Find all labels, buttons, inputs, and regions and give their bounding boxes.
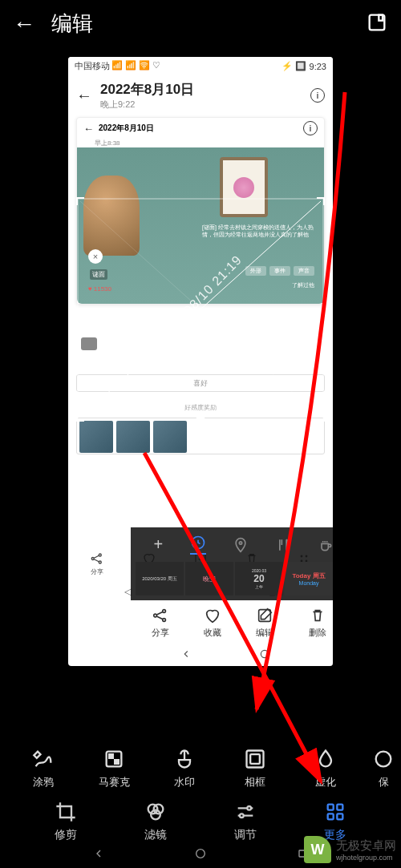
edit-action[interactable]: 编辑 <box>256 607 273 639</box>
inner-title: 2022年8月10日 <box>100 80 302 99</box>
svg-point-3 <box>99 554 101 556</box>
like-row: 喜好 <box>76 374 325 392</box>
svg-rect-36 <box>328 813 334 819</box>
svg-point-13 <box>153 614 156 617</box>
inner-status-bar: 中国移动📶 📶 🛜 ♡ ⚡ 🔲9:23 <box>68 57 333 75</box>
speech-icon <box>81 337 97 350</box>
overlay-sysnav <box>131 645 333 666</box>
game-card: × 谜面 ♥ 11530 [谜面] 经常去村镇之间穿梭的送信人，为人热情，但因为… <box>77 147 324 304</box>
game-tabs: 外形 事件 声音 <box>245 266 314 276</box>
edit-canvas[interactable]: 中国移动📶 📶 🛜 ♡ ⚡ 🔲9:23 ← 2022年8月10日 晚上9:22 … <box>68 57 333 666</box>
game-close-icon: × <box>88 249 103 264</box>
adjust-nav[interactable]: 调节 <box>234 801 257 842</box>
inner-back-icon: ← <box>76 87 92 105</box>
filter-nav[interactable]: 滤镜 <box>144 801 167 842</box>
game-frame <box>220 157 268 217</box>
game-desc: [谜面] 经常去村镇之间穿梭的送信人，为人热情，但因为经常往返两地并没人真的了解… <box>202 224 314 238</box>
food-tab[interactable] <box>275 537 291 553</box>
sys-home-icon[interactable] <box>194 847 207 863</box>
svg-point-21 <box>261 650 269 657</box>
svg-rect-27 <box>250 754 260 764</box>
delete-action[interactable]: 删除 <box>309 607 326 639</box>
back-button[interactable]: ← <box>13 11 35 37</box>
info-icon: i <box>310 88 325 103</box>
thumbnail-row <box>76 418 325 454</box>
doodle-tool[interactable]: 涂鸦 <box>19 748 67 789</box>
coffee-tab[interactable] <box>318 537 333 553</box>
watermark-title: 无极安卓网 <box>336 838 396 854</box>
blur-tool[interactable]: 虚化 <box>302 748 350 789</box>
nav-home-icon <box>259 648 270 663</box>
style-tile[interactable]: 晚安 <box>185 562 233 595</box>
svg-rect-26 <box>247 751 264 768</box>
style-tile[interactable]: 2020/03/20 周五 <box>136 562 184 595</box>
nested-screenshot: ← 2022年8月10日 i 早上8:38 × 谜面 ♥ 11530 [谜面] … <box>76 117 325 305</box>
style-tiles: 2020/03/20 周五 晚安 2020.0320上午 Today 周五Mon… <box>131 562 333 600</box>
page-title: 编辑 <box>51 10 350 38</box>
sys-back-icon[interactable] <box>92 847 105 863</box>
location-tab[interactable] <box>233 537 249 553</box>
svg-rect-37 <box>337 813 342 819</box>
nested-info-icon: i <box>303 121 318 135</box>
svg-point-33 <box>240 813 244 818</box>
overlay-action-row: 分享 收藏 编辑 删除 更多 <box>131 600 333 645</box>
game-badge: 谜面 <box>90 269 107 280</box>
watermark-logo: W <box>304 836 331 863</box>
svg-point-14 <box>162 610 165 613</box>
svg-point-38 <box>196 850 205 858</box>
partial-tool[interactable]: 保 <box>372 748 395 789</box>
svg-rect-25 <box>115 760 119 764</box>
crop-nav[interactable]: 修剪 <box>55 801 77 842</box>
svg-rect-35 <box>337 805 342 810</box>
style-tile[interactable]: Today 周五Monday <box>285 562 333 595</box>
share-action[interactable]: 分享 <box>152 607 169 639</box>
add-button[interactable]: + <box>154 535 164 554</box>
tool-scroller[interactable]: 涂鸦 马赛克 水印 相框 虚化 保 <box>0 748 401 789</box>
game-know: 了解过他 <box>292 281 314 289</box>
svg-point-12 <box>239 541 241 543</box>
svg-point-31 <box>151 810 160 820</box>
svg-rect-24 <box>109 754 113 758</box>
svg-rect-1 <box>379 14 383 20</box>
svg-rect-34 <box>328 805 334 810</box>
inner-subtitle: 晚上9:22 <box>100 99 302 111</box>
watermark-style-panel: + 2020/03/20 周五 晚安 2020.0320上午 Today 周五M… <box>131 527 333 666</box>
watermark-tool[interactable]: 水印 <box>160 748 209 789</box>
mosaic-tool[interactable]: 马赛克 <box>90 748 138 789</box>
svg-point-15 <box>162 619 165 622</box>
favorite-action[interactable]: 收藏 <box>204 607 221 639</box>
site-watermark: W 无极安卓网 wjhotelgroup.com <box>304 836 396 863</box>
clock-tab[interactable] <box>190 535 206 555</box>
game-heart: ♥ 11530 <box>88 285 111 293</box>
share-icon <box>90 551 104 566</box>
frame-tool[interactable]: 相框 <box>231 748 279 789</box>
watermark-url: wjhotelgroup.com <box>336 854 396 862</box>
game-character <box>83 176 140 256</box>
nested-back-icon: ← <box>83 123 94 135</box>
nav-back-icon <box>180 648 192 663</box>
svg-point-2 <box>91 558 94 560</box>
reward-title: 好感度奖励 <box>76 403 325 412</box>
svg-point-28 <box>376 752 391 767</box>
save-button[interactable] <box>366 11 388 37</box>
style-tile[interactable]: 2020.0320上午 <box>235 562 283 595</box>
svg-point-4 <box>99 561 101 563</box>
svg-point-32 <box>247 806 251 810</box>
